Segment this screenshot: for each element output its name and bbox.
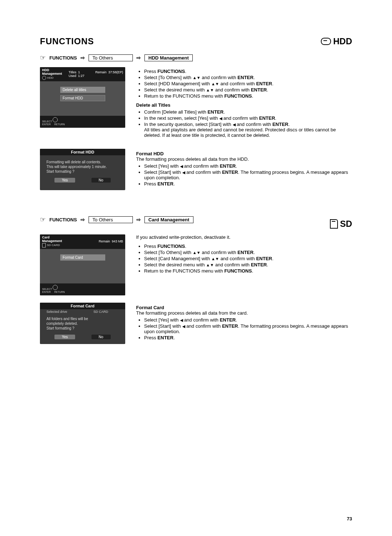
hand-icon: ☞ [40, 54, 46, 62]
format-card-desc: The formatting process deletes all data … [136, 310, 352, 316]
breadcrumb-sd: ☞ FUNCTIONS ⇨ To Others ⇨ Card Managemen… [40, 216, 193, 224]
osd-title-2: Management [42, 72, 62, 75]
used-value: 1:27 [78, 74, 85, 78]
sd-pre: If you activated write-protection, deact… [136, 234, 352, 240]
confirm-line3: Start formatting ? [46, 326, 119, 331]
confirm-yes[interactable]: Yes [54, 335, 75, 339]
confirm-line2: completely deleted. [46, 321, 119, 326]
osd-format-card-confirm: Format Card Selected drive SD CARD All f… [40, 303, 125, 344]
osd-confirm-title: Format Card [40, 303, 125, 309]
disc-icon [42, 76, 46, 80]
confirm-line3: Start formatting ? [46, 169, 119, 174]
confirm-line2: This will take approximately 1 minute. [46, 164, 119, 169]
osd-footer-return: RETURN [54, 291, 65, 293]
instructions-hdd: Press FUNCTIONS. Select [To Others] with… [136, 67, 352, 142]
drive-label: Selected drive [46, 310, 67, 314]
titles-value: 1 [78, 70, 80, 74]
hand-icon: ☞ [40, 216, 46, 224]
sd-label: SD [340, 219, 352, 229]
osd-btn-format-hdd[interactable]: Format HDD [60, 95, 105, 101]
used-label: Used [69, 74, 76, 78]
osd-btn-delete-all[interactable]: Delete all titles [60, 87, 105, 93]
osd-btn-format-card[interactable]: Format Card [60, 254, 105, 261]
page-number: 73 [347, 516, 352, 521]
arrow-icon: ⇨ [136, 217, 141, 222]
osd-confirm-title: Format HDD [40, 149, 125, 155]
osd-footer-return: RETURN [54, 123, 65, 126]
osd-footer-select: SELECT [42, 120, 52, 123]
bc-to-others-sd: To Others [89, 216, 133, 223]
drive-value: SD CARD [93, 310, 108, 314]
manual-page: FUNCTIONS HDD ☞ FUNCTIONS ⇨ To Others ⇨ … [0, 0, 392, 536]
page-title: FUNCTIONS [40, 36, 94, 46]
osd-hdd-management: HDDManagement HDD Titles 1 Used 1:27 Rem… [40, 67, 125, 128]
subhead-format-card: Format Card [136, 305, 352, 310]
remain-label: Remain [99, 240, 110, 243]
nav-icon [53, 285, 58, 290]
confirm-line1: All folders and files will be [46, 316, 119, 321]
remain-value: 37:58(EP) [108, 70, 123, 74]
card-icon [42, 243, 46, 247]
bc-functions-sd: FUNCTIONS [49, 217, 77, 222]
osd-card-management: CardManagement SD CARD Remain 943 MB For… [40, 234, 125, 295]
bc-target: HDD Management [144, 54, 193, 61]
nav-icon [53, 117, 58, 122]
osd-footer-select: SELECT [42, 288, 52, 290]
instructions-sd: If you activated write-protection, deact… [136, 234, 352, 295]
bc-to-others: To Others [89, 54, 133, 61]
sd-icon [330, 219, 338, 229]
osd-footer-enter: ENTER [42, 291, 51, 293]
instructions-format-card: Format Card The formatting process delet… [136, 303, 352, 344]
remain-value: 943 MB [112, 240, 123, 243]
confirm-no[interactable]: No [91, 178, 111, 183]
osd-format-hdd-confirm: Format HDD Formatting will delete all co… [40, 149, 125, 190]
hdd-label: HDD [333, 36, 352, 46]
osd-footer-enter: ENTER [42, 123, 51, 126]
format-hdd-desc: The formatting process deletes all data … [136, 156, 352, 162]
arrow-icon: ⇨ [81, 55, 85, 61]
subhead-format-hdd: Format HDD [136, 151, 352, 156]
confirm-line1: Formatting will delete all contents. [46, 160, 119, 164]
osd-sub: HDD [47, 76, 53, 79]
breadcrumb-hdd: ☞ FUNCTIONS ⇨ To Others ⇨ HDD Management [40, 54, 352, 62]
osd-title-2: Management [42, 239, 62, 243]
subhead-delete-all: Delete all Titles [136, 102, 352, 108]
arrow-icon: ⇨ [81, 217, 85, 222]
remain-label: Remain [95, 70, 106, 74]
osd-sub: SD CARD [47, 244, 60, 247]
confirm-yes[interactable]: Yes [54, 178, 75, 183]
confirm-no[interactable]: No [91, 335, 111, 339]
arrow-icon: ⇨ [136, 55, 141, 61]
instructions-format-hdd: Format HDD The formatting process delete… [136, 149, 352, 190]
osd-title-1: Card [42, 236, 50, 239]
bc-target-sd: Card Management [144, 216, 193, 223]
titles-label: Titles [69, 70, 76, 74]
hdd-icon [321, 38, 331, 45]
osd-title-1: HDD [42, 68, 49, 72]
bc-functions: FUNCTIONS [49, 55, 77, 61]
